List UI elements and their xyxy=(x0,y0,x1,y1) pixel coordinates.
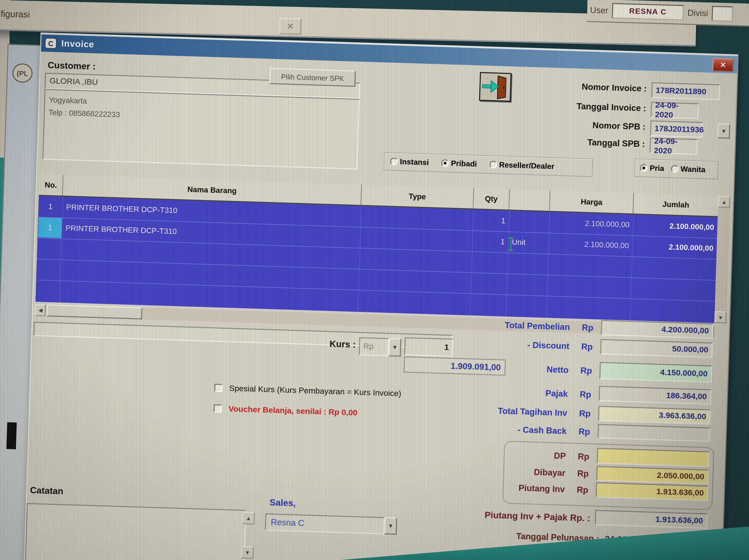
nomor-spb-dropdown-button[interactable]: ▼ xyxy=(718,124,730,139)
radio-label: Pria xyxy=(649,164,664,172)
radio-label: Pribadi xyxy=(451,159,477,168)
tanggal-spb-field[interactable]: 24-09-2020 xyxy=(649,138,698,155)
background-window-artifact xyxy=(6,422,17,449)
col-jumlah[interactable]: Jumlah xyxy=(633,193,719,217)
arrow-up-icon: ▲ xyxy=(722,199,727,205)
cell-no: 1 xyxy=(38,217,62,238)
items-grid[interactable]: 1 PRINTER BROTHER DCP-T310 1 2.100.000,0… xyxy=(36,196,718,323)
piutang-pajak-field[interactable]: 1.913.636,00 xyxy=(595,510,707,529)
divisi-label: Divisi xyxy=(687,8,708,19)
exit-door-icon[interactable] xyxy=(479,72,512,102)
pajak-field[interactable]: 186.364,00 xyxy=(599,386,711,404)
radio-pria[interactable]: Pria xyxy=(640,163,664,173)
radio-wanita[interactable]: Wanita xyxy=(671,164,706,174)
radio-instansi[interactable]: Instansi xyxy=(390,157,429,167)
radio-pribadi[interactable]: Pribadi xyxy=(441,159,477,169)
tanggal-pelunasan-label: Tanggal Pelunasan : xyxy=(446,529,599,544)
rp-label: Rp xyxy=(578,452,590,462)
divisi-field[interactable] xyxy=(712,6,733,22)
kurs-label: Kurs : xyxy=(290,337,356,350)
customer-address-field[interactable]: Yogyakarta Telp : 085868222233 xyxy=(42,89,360,170)
kurs-value-field[interactable]: 1 xyxy=(404,337,453,357)
tanggal-spb-label: Tanggal SPB : xyxy=(521,135,645,149)
col-no[interactable]: No. xyxy=(39,174,63,197)
tanggal-pelunasan-value: 24-09-2020 xyxy=(605,534,649,545)
close-icon: × xyxy=(287,20,294,32)
window-title: Invoice xyxy=(61,38,94,50)
close-icon: × xyxy=(720,60,726,70)
close-button[interactable]: × xyxy=(712,58,734,72)
sales-dropdown-button[interactable]: ▼ xyxy=(384,517,397,535)
invoice-window: C Invoice × Customer : GLORIA ,IBU Yogya… xyxy=(23,32,739,560)
rp-label: Rp xyxy=(582,323,594,333)
scrollbar-thumb[interactable] xyxy=(46,305,142,319)
col-harga[interactable]: Harga xyxy=(550,191,634,215)
piutang-pajak-label: Piutang Inv + Pajak Rp. : xyxy=(418,508,591,524)
discount-label: - Discount xyxy=(464,338,570,352)
rp-label: Rp xyxy=(577,485,588,495)
rp-label: Rp xyxy=(580,366,592,376)
spesial-kurs-checkbox[interactable] xyxy=(214,384,223,392)
sales-label: Sales, xyxy=(270,497,296,509)
nomor-spb-field[interactable]: 178J2011936 xyxy=(650,120,703,138)
window-icon: C xyxy=(45,38,57,49)
spesial-kurs-label: Spesial Kurs (Kurs Pembayaran = Kurs Inv… xyxy=(229,384,402,399)
chevron-down-icon: ▼ xyxy=(721,128,727,135)
voucher-label: Voucher Belanja, senilai : Rp 0,00 xyxy=(229,404,358,418)
total-pembelian-field[interactable]: 4.200.000,00 xyxy=(601,320,713,339)
radio-reseller-dealer[interactable]: Reseller/Dealer xyxy=(489,160,554,171)
chevron-down-icon: ▼ xyxy=(392,344,398,351)
radio-label: Reseller/Dealer xyxy=(499,161,554,171)
cell-no: 1 xyxy=(38,196,63,218)
kurs-currency-field[interactable]: Rp xyxy=(359,337,389,356)
photographed-screen: figurasi × User RESNA C Divisi (PL C Inv… xyxy=(0,0,749,560)
cell-unit: Unit xyxy=(512,232,545,254)
arrow-down-icon: ▼ xyxy=(245,550,250,555)
radio-label: Wanita xyxy=(681,165,706,174)
radio-icon xyxy=(671,165,679,173)
catatan-scroll-up-button[interactable]: ▲ xyxy=(242,512,255,524)
radio-icon xyxy=(390,158,398,165)
cell-harga: 2.100.000,00 xyxy=(548,233,629,256)
cash-back-field[interactable] xyxy=(598,424,710,442)
tanggal-invoice-label: Tanggal Invoice : xyxy=(522,99,646,113)
col-qty[interactable]: Qty xyxy=(473,188,510,210)
customer-name: GLORIA ,IBU xyxy=(49,76,98,87)
voucher-checkbox[interactable] xyxy=(214,404,222,413)
background-close-button[interactable]: × xyxy=(279,18,301,35)
col-unit[interactable] xyxy=(509,189,550,212)
arrow-up-icon: ▲ xyxy=(246,515,251,521)
rp-label: Rp xyxy=(579,409,591,419)
rp-label: Rp xyxy=(578,427,590,437)
total-tagihan-field[interactable]: 3.963.636,00 xyxy=(598,406,711,425)
radio-label: Instansi xyxy=(400,157,429,166)
tanggal-invoice-field[interactable]: 24-09-2020 xyxy=(651,102,699,119)
arrow-left-icon: ◀ xyxy=(38,307,43,314)
cell-qty: 1 xyxy=(473,209,506,231)
catatan-textarea[interactable] xyxy=(24,503,247,560)
rp-label: Rp xyxy=(580,389,591,400)
sales-combo[interactable]: Resna C xyxy=(265,513,385,534)
col-type[interactable]: Type xyxy=(361,184,474,209)
nomor-invoice-field[interactable]: 178R2011890 xyxy=(651,82,720,100)
pajak-label: Pajak xyxy=(463,386,568,399)
discount-field[interactable]: 50.000,00 xyxy=(600,339,713,358)
radio-selected-icon xyxy=(640,164,648,172)
scroll-left-button[interactable]: ◀ xyxy=(35,304,46,316)
user-field[interactable]: RESNA C xyxy=(612,3,684,20)
catatan-scroll-down-button[interactable]: ▼ xyxy=(241,546,254,559)
text-cursor xyxy=(510,237,512,251)
customer-type-group: Instansi Pribadi Reseller/Dealer xyxy=(384,152,593,177)
kurs-dropdown-button[interactable]: ▼ xyxy=(388,338,401,357)
arrow-down-icon: ▼ xyxy=(718,314,723,320)
scroll-down-button[interactable]: ▼ xyxy=(714,311,727,323)
netto-field[interactable]: 4.150.000,00 xyxy=(599,362,712,383)
nomor-invoice-label: Nomor Invoice : xyxy=(522,80,647,94)
cell-harga: 2.100.000,00 xyxy=(549,212,630,236)
menu-text-partial: figurasi xyxy=(1,9,30,20)
door-arrow-glyph xyxy=(480,73,511,101)
pilih-customer-spk-button[interactable]: Pilih Customer SPK xyxy=(269,68,356,87)
scroll-up-button[interactable]: ▲ xyxy=(718,196,730,208)
cell-qty: 1 xyxy=(472,230,505,252)
currency-value: Rp xyxy=(363,341,374,352)
